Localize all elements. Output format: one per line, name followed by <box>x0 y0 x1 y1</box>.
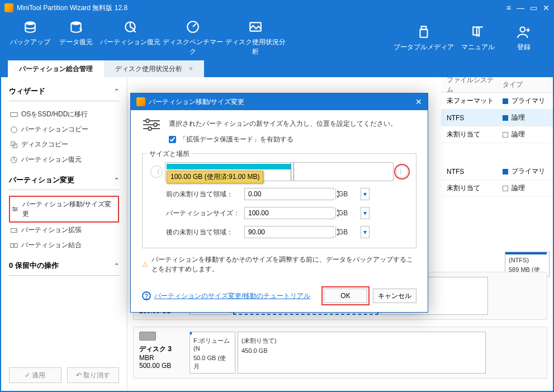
input-after-unalloc[interactable] <box>245 228 335 236</box>
sidebar-item-extend[interactable]: パーティション拡張 <box>9 223 119 238</box>
book-icon <box>471 25 485 39</box>
partition-label: F:ボリューム(N <box>193 337 231 352</box>
sidebar-heading-pending: 0 保留中の操作⌃ <box>9 261 119 276</box>
input-before-unalloc[interactable] <box>245 190 335 198</box>
dialog-titlebar: パーティション移動/サイズ変更 ✕ <box>131 93 428 110</box>
dialog-close-button[interactable]: ✕ <box>415 97 422 106</box>
table-header: ファイルシステム タイプ <box>441 77 553 93</box>
protect-mode-checkbox-input[interactable] <box>169 136 176 143</box>
toolbar-backup[interactable]: バックアップ <box>8 17 53 59</box>
titlebar: MiniTool Partition Wizard 無料版 12.8 ≡ — ▭… <box>0 0 554 16</box>
chevron-up-icon[interactable]: ⌃ <box>114 88 119 95</box>
gauge-icon <box>186 20 200 34</box>
close-icon[interactable]: × <box>189 65 193 73</box>
cell-type: 論理 <box>497 113 553 122</box>
table-row[interactable]: NTFS 論理 <box>441 110 553 126</box>
svg-point-15 <box>14 210 16 211</box>
toolbar-register-label: 登録 <box>517 43 531 51</box>
table-row[interactable]: 未フォーマット プライマリ <box>441 93 553 110</box>
sidebar-item-migrate-os[interactable]: OSをSSD/HDDに移行 <box>9 107 119 122</box>
color-swatch-icon <box>503 115 508 121</box>
svg-point-24 <box>148 127 151 130</box>
table-row[interactable]: 未割り当て 論理 <box>441 126 553 143</box>
protect-mode-checkbox[interactable]: 「拡張データ保護モード」を有効する <box>169 134 397 146</box>
slider-right-button[interactable]: 〉 <box>396 166 408 178</box>
svg-point-0 <box>25 21 35 25</box>
cell-filesystem: 未割り当て <box>441 183 497 193</box>
close-button[interactable]: ✕ <box>543 4 550 12</box>
cell-type: プライマリ <box>497 167 553 176</box>
tutorial-link[interactable]: ? パーティションのサイズ変更/移動のチュートリアル <box>142 291 310 301</box>
toolbar-space-analyzer-label: ディスク使用状況分析 <box>225 38 286 55</box>
sidebar-item-partition-recovery[interactable]: パーティション復元 <box>9 152 119 167</box>
chevron-up-icon[interactable]: ⌃ <box>114 262 119 270</box>
tab-space-analyze[interactable]: ディスク使用状況分析× <box>104 60 204 77</box>
protect-mode-label: 「拡張データ保護モード」を有効する <box>179 134 293 146</box>
toolbar-backup-label: バックアップ <box>10 38 50 46</box>
maximize-button[interactable]: ▭ <box>530 4 537 12</box>
unit-dropdown[interactable]: ▾ <box>361 207 370 219</box>
hamburger-icon[interactable]: ≡ <box>506 4 511 12</box>
partition-label: (未割り当て) <box>242 337 482 345</box>
usb-icon <box>416 25 431 39</box>
toolbar-partition-recovery[interactable]: パーティション復元 <box>100 17 161 59</box>
unit-label: GB <box>338 209 353 217</box>
size-slider[interactable]: 100.00 GB (使用済:91.00 MB) <box>165 162 394 181</box>
toolbar-bootable-media[interactable]: ブータブルメディア <box>393 22 454 54</box>
unit-label: GB <box>338 228 353 236</box>
col-header-type: タイプ <box>497 80 553 89</box>
toolbar-register[interactable]: 登録 <box>501 22 546 54</box>
input-partition-size[interactable] <box>245 209 335 217</box>
toolbar-manual[interactable]: マニュアル <box>456 22 500 54</box>
color-swatch-icon <box>503 186 508 191</box>
apply-button[interactable]: ✓ 適用 <box>9 367 61 383</box>
dialog-message: 選択されたパーティションの新サイズを入力し、位置を設定してください。 <box>169 118 397 130</box>
sidebar-item-disk-copy[interactable]: ディスクコピー <box>9 137 119 152</box>
sidebar-item-partition-copy[interactable]: パーティションコピー <box>9 122 119 137</box>
user-plus-icon <box>517 25 531 39</box>
partition-block[interactable]: F:ボリューム(N 50.0 GB (使月 <box>190 332 235 374</box>
app-icon <box>136 97 145 106</box>
app-icon <box>4 3 13 12</box>
table-row[interactable] <box>441 143 553 163</box>
svg-rect-18 <box>15 243 17 247</box>
color-swatch-icon <box>503 132 508 138</box>
color-swatch-icon <box>503 98 508 104</box>
toolbar-bootable-label: ブータブルメディア <box>394 43 454 51</box>
ok-button[interactable]: OK <box>324 289 367 303</box>
sidebar-heading-change: パーティション変更⌃ <box>9 175 119 190</box>
disk-icon <box>139 332 156 341</box>
unit-label: GB <box>338 190 353 198</box>
slider-left-button[interactable]: 〈 <box>150 166 163 178</box>
toolbar-partition-recovery-label: パーティション復元 <box>100 38 160 46</box>
toolbar-space-analyzer[interactable]: ディスク使用状況分析 <box>225 17 286 59</box>
chevron-up-icon[interactable]: ⌃ <box>114 177 119 184</box>
cancel-button[interactable]: キャンセル <box>373 289 416 303</box>
toolbar-benchmark[interactable]: ディスクベンチマーク <box>162 17 224 59</box>
sidebar-item-merge[interactable]: パーティション結合 <box>9 238 119 253</box>
col-header-filesystem: ファイルシステム <box>441 75 497 95</box>
partition-block[interactable]: (未割り当て) 450.0 GB <box>238 332 486 374</box>
undo-button[interactable]: ↶ 取り消す <box>67 367 120 383</box>
tab-bar: パーティション総合管理 ディスク使用状況分析× <box>0 60 554 77</box>
minimize-button[interactable]: — <box>517 4 524 12</box>
sidebar-item-move-resize[interactable]: パーティション移動/サイズ変更 <box>9 196 119 223</box>
warning-icon: ⚠ <box>142 261 148 268</box>
tab-partition-mgmt[interactable]: パーティション総合管理 <box>8 60 104 77</box>
app-title: MiniTool Partition Wizard 無料版 12.8 <box>17 3 506 13</box>
toolbar-data-recovery[interactable]: データ復元 <box>54 17 98 59</box>
color-swatch-icon <box>503 169 508 174</box>
unit-dropdown[interactable]: ▾ <box>361 188 370 200</box>
label-after-unalloc: 後の未割り当て領域： <box>150 228 240 237</box>
tutorial-label: パーティションのサイズ変更/移動のチュートリアル <box>154 291 310 301</box>
svg-rect-17 <box>11 243 13 247</box>
table-row[interactable]: 未割り当て 論理 <box>441 180 553 197</box>
label-before-unalloc: 前の未割り当て領域： <box>150 190 240 199</box>
database-icon <box>23 20 37 34</box>
cell-filesystem: NTFS <box>441 114 497 122</box>
disk-scheme: MBR <box>139 354 184 362</box>
unit-dropdown[interactable]: ▾ <box>361 226 370 238</box>
cell-filesystem: 未割り当て <box>441 130 497 139</box>
table-row[interactable]: NTFS プライマリ <box>441 163 553 180</box>
svg-rect-8 <box>11 112 17 116</box>
